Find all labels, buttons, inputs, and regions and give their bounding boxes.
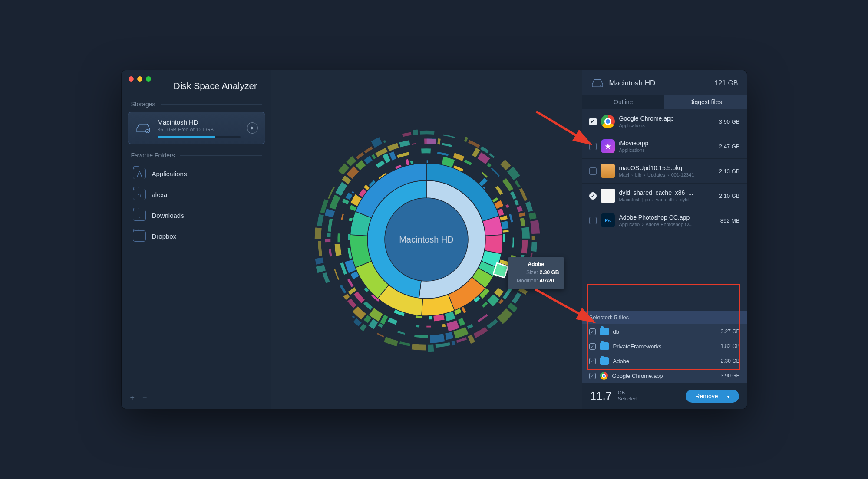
file-size: 1.82 GB — [720, 343, 739, 349]
checkbox[interactable] — [589, 118, 597, 125]
selected-row[interactable]: Adobe2.30 GB — [582, 354, 747, 368]
tabs: Outline Biggest files — [582, 95, 747, 109]
right-footer: 11.7 GB Selected Remove — [582, 383, 747, 409]
file-icon — [601, 115, 615, 128]
file-size: 2.13 GB — [719, 168, 740, 174]
file-row[interactable]: macOSUpd10.15.5.pkgMaci › Lib › Updates … — [582, 159, 747, 184]
right-panel: Macintosh HD 121 GB Outline Biggest file… — [582, 70, 747, 409]
file-row[interactable]: iMovie.appApplications2.47 GB — [582, 134, 747, 159]
checkbox[interactable] — [589, 328, 596, 335]
folder-icon — [133, 230, 146, 242]
svg-point-1 — [385, 198, 468, 281]
file-path: Macintosh | pri › var › db › dyld — [619, 197, 715, 202]
sidebar-item-label: alexa — [152, 191, 168, 198]
minimize-icon[interactable] — [137, 76, 142, 82]
tab-biggest-files[interactable]: Biggest files — [664, 95, 747, 109]
zoom-icon[interactable] — [146, 76, 151, 82]
file-icon — [601, 189, 615, 203]
checkbox[interactable] — [589, 217, 597, 224]
checkbox[interactable] — [589, 143, 597, 150]
file-row[interactable]: dyld_shared_cache_x86_...Macintosh | pri… — [582, 184, 747, 208]
file-icon — [601, 139, 615, 153]
add-favorite-button[interactable]: + — [130, 394, 135, 403]
folder-icon — [600, 328, 609, 335]
file-name: PrivateFrameworks — [613, 343, 716, 350]
storage-name: Macintosh HD — [158, 118, 241, 126]
file-name: Adobe Photoshop CC.app — [619, 214, 716, 221]
sidebar-item-label: Applications — [152, 170, 187, 177]
app-window: Disk Space Analyzer Storages Macintosh H… — [122, 70, 747, 409]
disk-icon — [135, 122, 152, 134]
file-size: 2.30 GB — [720, 358, 739, 364]
segment-tooltip: Adobe Size:2.30 GB Modified:4/7/20 — [508, 257, 564, 289]
remove-button[interactable]: Remove — [686, 390, 739, 403]
checkbox[interactable] — [589, 373, 596, 379]
tab-outline[interactable]: Outline — [582, 95, 665, 109]
sidebar-item-dropbox[interactable]: Dropbox — [122, 226, 271, 246]
checkbox[interactable] — [589, 167, 597, 175]
file-name: macOSUpd10.15.5.pkg — [619, 164, 715, 171]
selected-panel: Selected: 5 files db3.27 GBPrivateFramew… — [582, 311, 747, 383]
svg-point-0 — [145, 130, 149, 133]
file-name: dyld_shared_cache_x86_... — [619, 189, 715, 196]
folder-icon — [600, 357, 609, 365]
file-icon — [601, 164, 615, 178]
selected-total: 11.7 — [590, 389, 612, 403]
file-size: 3.90 GB — [720, 373, 739, 379]
file-size: 2.10 GB — [719, 193, 740, 199]
tooltip-name: Adobe — [528, 261, 544, 267]
sidebar: Disk Space Analyzer Storages Macintosh H… — [122, 70, 271, 409]
selected-header: Selected: 5 files — [582, 311, 747, 324]
biggest-files-list[interactable]: Google Chrome.appApplications3.90 GBiMov… — [582, 109, 747, 311]
folder-icon: ⋀ — [133, 168, 146, 179]
sidebar-item-downloads[interactable]: ↓Downloads — [122, 205, 271, 226]
remove-favorite-button[interactable]: − — [142, 394, 147, 403]
main-pane: Macintosh HD Adobe Size:2.30 GB Modified… — [271, 70, 582, 409]
file-size: 2.47 GB — [719, 143, 740, 150]
file-name: Adobe — [613, 358, 716, 364]
checkbox[interactable] — [589, 192, 597, 200]
sidebar-item-label: Dropbox — [152, 233, 177, 240]
file-name: iMovie.app — [619, 140, 715, 147]
file-path: Maci › Lib › Updates › 001-12341 — [619, 172, 715, 177]
checkbox[interactable] — [589, 343, 596, 350]
selected-row[interactable]: Google Chrome.app3.90 GB — [582, 368, 747, 383]
close-icon[interactable] — [129, 76, 134, 82]
folder-icon: ⌂ — [133, 189, 146, 200]
sunburst-chart[interactable] — [305, 118, 548, 361]
selected-total-label: GB Selected — [618, 390, 637, 401]
checkbox[interactable] — [589, 358, 596, 364]
sidebar-item-alexa[interactable]: ⌂alexa — [122, 184, 271, 205]
right-header: Macintosh HD 121 GB — [582, 70, 747, 95]
file-path: Applications — [619, 148, 715, 153]
file-name: db — [613, 328, 716, 335]
storages-label: Storages — [122, 101, 271, 112]
folder-icon: ↓ — [133, 210, 146, 221]
file-size: 3.27 GB — [720, 328, 739, 335]
file-row[interactable]: PsAdobe Photoshop CC.appApplicatio › Ado… — [582, 208, 747, 233]
sidebar-item-label: Downloads — [152, 212, 184, 219]
storage-card[interactable]: Macintosh HD 36.0 GB Free of 121 GB — [128, 112, 265, 144]
selected-row[interactable]: db3.27 GB — [582, 324, 747, 339]
folder-icon — [600, 342, 609, 350]
file-name: Google Chrome.app — [619, 115, 715, 122]
svg-point-2 — [600, 85, 601, 86]
file-name: Google Chrome.app — [612, 373, 716, 379]
file-size: 3.90 GB — [719, 118, 740, 125]
file-size: 892 MB — [720, 217, 740, 224]
file-icon: Ps — [601, 213, 615, 227]
file-row[interactable]: Google Chrome.appApplications3.90 GB — [582, 109, 747, 134]
sidebar-item-applications[interactable]: ⋀Applications — [122, 163, 271, 184]
file-icon — [600, 372, 608, 380]
favorites-label: Favorite Folders — [122, 152, 271, 163]
disk-size: 121 GB — [714, 79, 738, 87]
remove-dropdown-icon[interactable] — [723, 393, 729, 400]
disk-icon — [591, 78, 604, 89]
storage-free: 36.0 GB Free of 121 GB — [158, 127, 241, 133]
sidebar-footer: + − — [122, 387, 271, 409]
disk-name: Macintosh HD — [609, 79, 710, 88]
selected-row[interactable]: PrivateFrameworks1.82 GB — [582, 339, 747, 354]
storage-usage-bar — [158, 136, 241, 138]
window-controls — [129, 76, 151, 82]
scan-button[interactable] — [247, 122, 258, 134]
